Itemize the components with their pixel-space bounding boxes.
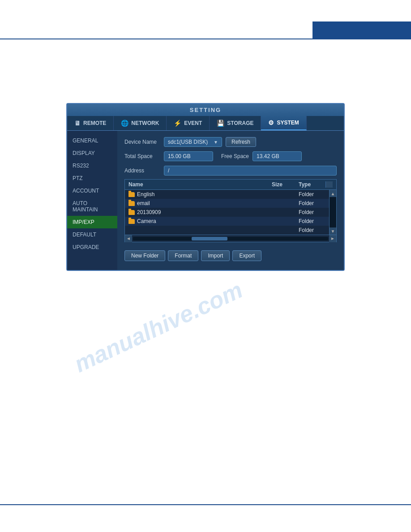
folder-icon — [128, 210, 135, 215]
table-row[interactable]: 20130909 Folder — [125, 208, 329, 217]
space-row: Total Space 15.00 GB Free Space 13.42 GB — [124, 151, 337, 161]
total-space-label: Total Space — [124, 153, 160, 159]
file-name: email — [137, 200, 272, 206]
table-row[interactable]: email Folder — [125, 199, 329, 208]
device-name-input[interactable]: sdc1(USB DISK) ▼ — [164, 137, 222, 147]
top-rule — [0, 39, 411, 39]
file-browser-inner: English Folder email Folder — [125, 190, 336, 235]
dialog-title-bar: SETTING — [67, 104, 344, 116]
file-type: Folder — [299, 200, 325, 206]
scroll-track — [330, 197, 336, 227]
folder-icon — [128, 192, 135, 197]
tab-event-label: EVENT — [184, 120, 202, 126]
format-button[interactable]: Format — [168, 250, 198, 261]
scroll-left-button[interactable]: ◄ — [125, 235, 132, 242]
tab-remote[interactable]: 🖥 REMOTE — [67, 116, 114, 130]
horizontal-scrollbar: ◄ ► — [125, 235, 336, 242]
tab-event[interactable]: ⚡ EVENT — [167, 116, 210, 130]
file-name: Camera — [137, 218, 272, 224]
file-type: Folder — [299, 209, 325, 215]
file-list: English Folder email Folder — [125, 190, 329, 235]
system-icon: ⚙ — [268, 119, 274, 126]
sidebar-item-rs232[interactable]: RS232 — [67, 159, 117, 172]
sidebar-item-display[interactable]: DISPLAY — [67, 147, 117, 159]
col-size-header: Size — [272, 181, 299, 188]
dialog-content: GENERAL DISPLAY RS232 PTZ ACCOUNT AUTO M… — [67, 131, 344, 270]
scroll-up-button[interactable]: ▲ — [330, 190, 336, 197]
tab-network-label: NETWORK — [131, 120, 159, 126]
vertical-scrollbar: ▲ ▼ — [329, 190, 336, 235]
folder-icon — [128, 219, 135, 224]
new-folder-button[interactable]: New Folder — [124, 250, 165, 261]
table-row[interactable]: English Folder — [125, 190, 329, 199]
settings-dialog: SETTING 🖥 REMOTE 🌐 NETWORK ⚡ EVENT 💾 STO… — [66, 103, 345, 271]
address-input[interactable] — [164, 166, 337, 176]
file-name: 20130909 — [137, 209, 272, 215]
tab-storage[interactable]: 💾 STORAGE — [210, 116, 261, 130]
sidebar-item-ptz[interactable]: PTZ — [67, 172, 117, 184]
file-type: Folder — [299, 218, 325, 224]
table-row[interactable]: Folder — [125, 226, 329, 235]
file-type: Folder — [299, 227, 325, 233]
tab-system[interactable]: ⚙ SYSTEM — [261, 116, 306, 130]
remote-icon: 🖥 — [74, 120, 81, 127]
export-button[interactable]: Export — [232, 250, 261, 261]
tab-system-label: SYSTEM — [277, 120, 299, 126]
file-browser: Name Size Type English Folder — [124, 179, 337, 242]
device-name-row: Device Name sdc1(USB DISK) ▼ Refresh — [124, 137, 337, 147]
sidebar-item-default[interactable]: DEFAULT — [67, 228, 117, 241]
folder-icon — [128, 201, 135, 206]
nav-tabs: 🖥 REMOTE 🌐 NETWORK ⚡ EVENT 💾 STORAGE ⚙ S… — [67, 116, 344, 131]
sidebar-item-auto-maintain[interactable]: AUTO MAINTAIN — [67, 197, 117, 216]
device-name-label: Device Name — [124, 139, 160, 145]
total-space-value: 15.00 GB — [164, 151, 213, 161]
scroll-down-button[interactable]: ▼ — [330, 227, 336, 235]
scroll-right-button[interactable]: ► — [329, 235, 336, 242]
device-name-dropdown-arrow: ▼ — [214, 140, 218, 145]
file-type: Folder — [299, 191, 325, 197]
bottom-rule — [0, 504, 411, 505]
h-scroll-track — [133, 237, 328, 240]
table-row[interactable]: Camera Folder — [125, 217, 329, 226]
address-label: Address — [124, 167, 160, 174]
watermark: manualhive.com — [70, 276, 247, 378]
action-buttons: New Folder Format Import Export — [124, 246, 337, 264]
top-banner — [313, 21, 411, 39]
tab-storage-label: STORAGE — [227, 120, 253, 126]
storage-icon: 💾 — [217, 120, 224, 127]
sidebar-item-account[interactable]: ACCOUNT — [67, 184, 117, 197]
sidebar-item-upgrade[interactable]: UPGRADE — [67, 241, 117, 253]
dialog-title: SETTING — [190, 107, 221, 113]
col-name-header: Name — [128, 181, 272, 188]
network-icon: 🌐 — [121, 120, 128, 127]
sidebar-item-imp-exp[interactable]: IMP/EXP — [67, 216, 117, 228]
address-row: Address — [124, 166, 337, 176]
main-panel: Device Name sdc1(USB DISK) ▼ Refresh Tot… — [117, 131, 344, 270]
import-button[interactable]: Import — [201, 250, 230, 261]
sidebar-item-general[interactable]: GENERAL — [67, 134, 117, 147]
refresh-button[interactable]: Refresh — [226, 137, 256, 147]
file-name: English — [137, 191, 272, 197]
h-scroll-thumb[interactable] — [192, 237, 227, 240]
file-browser-header: Name Size Type — [125, 180, 336, 190]
tab-network[interactable]: 🌐 NETWORK — [114, 116, 167, 130]
tab-remote-label: REMOTE — [83, 120, 106, 126]
free-space-value: 13.42 GB — [253, 151, 302, 161]
event-icon: ⚡ — [174, 120, 181, 127]
free-space-label: Free Space — [221, 153, 249, 159]
col-type-header: Type — [299, 181, 325, 188]
sidebar: GENERAL DISPLAY RS232 PTZ ACCOUNT AUTO M… — [67, 131, 117, 270]
